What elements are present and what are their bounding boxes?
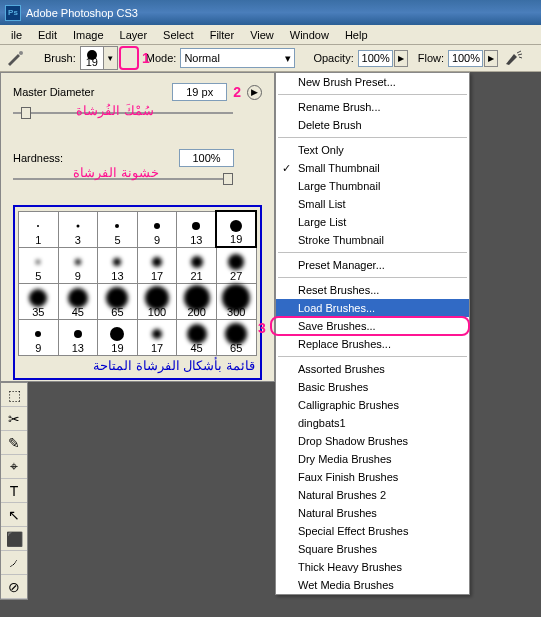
brush-preset-1[interactable]: 1 (19, 211, 59, 247)
menu-item-replace-brushes[interactable]: Replace Brushes... (276, 335, 469, 353)
menu-item-delete-brush[interactable]: Delete Brush (276, 116, 469, 134)
menu-item-rename-brush[interactable]: Rename Brush... (276, 98, 469, 116)
brush-preset-9[interactable]: 9 (19, 319, 59, 355)
hardness-label: Hardness: (13, 152, 63, 164)
brush-dropdown-icon[interactable]: ▼ (104, 46, 118, 70)
menu-select[interactable]: Select (155, 27, 202, 43)
arabic-diameter-label: سُمْكَ الفُرشاة (76, 103, 154, 118)
menu-layer[interactable]: Layer (112, 27, 156, 43)
brush-preset-100[interactable]: 100 (137, 283, 177, 319)
menu-view[interactable]: View (242, 27, 282, 43)
menu-item-stroke-thumbnail[interactable]: Stroke Thumbnail (276, 231, 469, 249)
tool-4[interactable]: T (1, 479, 27, 503)
menu-item-basic-brushes[interactable]: Basic Brushes (276, 378, 469, 396)
app-icon: Ps (5, 5, 21, 21)
menu-item-small-thumbnail[interactable]: Small Thumbnail (276, 159, 469, 177)
menu-item-new-brush-preset[interactable]: New Brush Preset... (276, 73, 469, 91)
tool-1[interactable]: ✂ (1, 407, 27, 431)
brush-preset-5[interactable]: 5 (98, 211, 138, 247)
annotation-1: 1 (142, 50, 150, 66)
app-title: Adobe Photoshop CS3 (26, 7, 138, 19)
tool-8[interactable]: ⊘ (1, 575, 27, 599)
brush-preset-5[interactable]: 5 (19, 247, 59, 283)
tool-6[interactable]: ⬛ (1, 527, 27, 551)
arabic-hardness-label: خشونة الفرشاة (73, 165, 159, 180)
brush-preset-45[interactable]: 45 (58, 283, 98, 319)
airbrush-icon[interactable] (504, 50, 524, 66)
brush-preset-13[interactable]: 13 (177, 211, 217, 247)
menu-item-square-brushes[interactable]: Square Brushes (276, 540, 469, 558)
tool-0[interactable]: ⬚ (1, 383, 27, 407)
annotation-1-box (119, 46, 139, 70)
menu-item-save-brushes[interactable]: Save Brushes... (276, 317, 469, 335)
menu-item-natural-brushes-2[interactable]: Natural Brushes 2 (276, 486, 469, 504)
separator (278, 137, 467, 138)
brush-preset-35[interactable]: 35 (19, 283, 59, 319)
hardness-input[interactable] (179, 149, 234, 167)
brush-preset-200[interactable]: 200 (177, 283, 217, 319)
menu-window[interactable]: Window (282, 27, 337, 43)
arabic-grid-label: قائمة بأشكال الفرشاة المتاحة (18, 356, 257, 375)
opacity-input[interactable] (358, 50, 393, 67)
flow-flyout-icon[interactable]: ▶ (484, 50, 498, 67)
menu-filter[interactable]: Filter (202, 27, 242, 43)
brush-preset-well[interactable]: 19 (80, 46, 104, 70)
menu-help[interactable]: Help (337, 27, 376, 43)
menu-item-faux-finish-brushes[interactable]: Faux Finish Brushes (276, 468, 469, 486)
menu-item-small-list[interactable]: Small List (276, 195, 469, 213)
menu-ile[interactable]: ile (3, 27, 30, 43)
tool-2[interactable]: ✎ (1, 431, 27, 455)
menu-item-dingbats1[interactable]: dingbats1 (276, 414, 469, 432)
menu-item-large-thumbnail[interactable]: Large Thumbnail (276, 177, 469, 195)
brush-preset-13[interactable]: 13 (98, 247, 138, 283)
mode-select[interactable]: Normal▾ (180, 48, 295, 68)
menu-item-assorted-brushes[interactable]: Assorted Brushes (276, 360, 469, 378)
brush-preset-21[interactable]: 21 (177, 247, 217, 283)
menu-item-text-only[interactable]: Text Only (276, 141, 469, 159)
menu-item-calligraphic-brushes[interactable]: Calligraphic Brushes (276, 396, 469, 414)
opacity-label: Opacity: (313, 52, 353, 64)
brush-preset-19[interactable]: 19 (216, 211, 256, 247)
options-bar: Brush: 19 ▼ 1 Mode: Normal▾ Opacity: ▶ F… (0, 45, 541, 72)
menu-item-special-effect-brushes[interactable]: Special Effect Brushes (276, 522, 469, 540)
brush-preset-panel: Master Diameter 2 ▶ سُمْكَ الفُرشاة Hard… (0, 72, 275, 382)
brush-preset-9[interactable]: 9 (137, 211, 177, 247)
toolbox: ⬚✂✎⌖T↖⬛⟋⊘ (0, 382, 28, 600)
panel-flyout-icon[interactable]: ▶ (247, 85, 262, 100)
separator (278, 356, 467, 357)
menu-item-load-brushes[interactable]: Load Brushes... (276, 299, 469, 317)
menu-item-wet-media-brushes[interactable]: Wet Media Brushes (276, 576, 469, 594)
menu-item-large-list[interactable]: Large List (276, 213, 469, 231)
brush-preset-65[interactable]: 65 (98, 283, 138, 319)
menu-edit[interactable]: Edit (30, 27, 65, 43)
menu-item-natural-brushes[interactable]: Natural Brushes (276, 504, 469, 522)
tool-3[interactable]: ⌖ (1, 455, 27, 479)
brush-preset-45[interactable]: 45 (177, 319, 217, 355)
brush-preset-27[interactable]: 27 (216, 247, 256, 283)
brush-preset-300[interactable]: 300 (216, 283, 256, 319)
brush-preset-17[interactable]: 17 (137, 319, 177, 355)
brush-preset-17[interactable]: 17 (137, 247, 177, 283)
flow-input[interactable] (448, 50, 483, 67)
brush-preset-13[interactable]: 13 (58, 319, 98, 355)
brush-preset-65[interactable]: 65 (216, 319, 256, 355)
opacity-flyout-icon[interactable]: ▶ (394, 50, 408, 67)
separator (278, 277, 467, 278)
svg-point-0 (19, 51, 23, 55)
separator (278, 94, 467, 95)
menu-item-preset-manager[interactable]: Preset Manager... (276, 256, 469, 274)
tool-7[interactable]: ⟋ (1, 551, 27, 575)
master-diameter-input[interactable] (172, 83, 227, 101)
chevron-down-icon: ▾ (285, 52, 291, 65)
menu-item-thick-heavy-brushes[interactable]: Thick Heavy Brushes (276, 558, 469, 576)
brush-preset-9[interactable]: 9 (58, 247, 98, 283)
brush-preset-3[interactable]: 3 (58, 211, 98, 247)
mode-label: Mode: (146, 52, 177, 64)
menu-item-reset-brushes[interactable]: Reset Brushes... (276, 281, 469, 299)
brush-context-menu: New Brush Preset...Rename Brush...Delete… (275, 72, 470, 595)
menu-item-dry-media-brushes[interactable]: Dry Media Brushes (276, 450, 469, 468)
menu-item-drop-shadow-brushes[interactable]: Drop Shadow Brushes (276, 432, 469, 450)
brush-preset-19[interactable]: 19 (98, 319, 138, 355)
tool-5[interactable]: ↖ (1, 503, 27, 527)
menu-image[interactable]: Image (65, 27, 112, 43)
